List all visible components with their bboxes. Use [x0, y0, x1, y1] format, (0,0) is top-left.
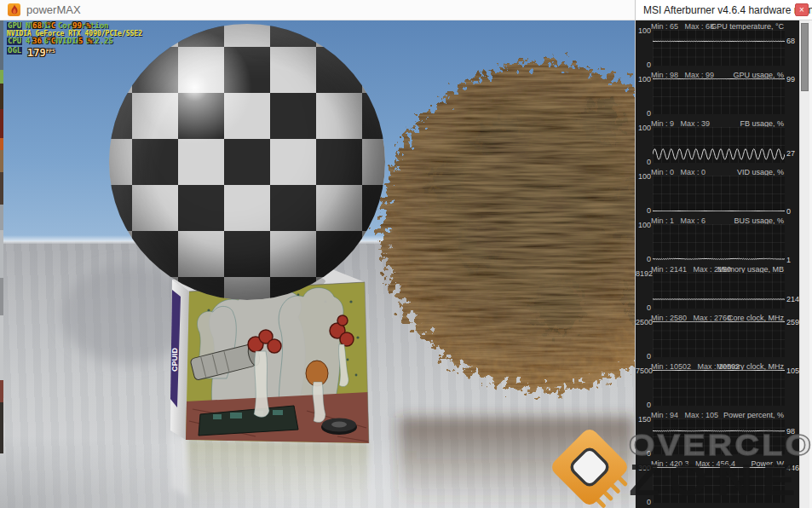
monitor-graph-list: Min : 65 Max : 68GPU temperature, °C1000… [636, 20, 799, 508]
monitor-section: Min : 420.3 Max : 456.4Power, W3000446.5 [636, 458, 799, 506]
edge-strip-segment [0, 70, 3, 84]
render-viewport: CPUID [0, 20, 635, 508]
edge-strip-segment [0, 230, 3, 278]
graph-ymin-label: 0 [636, 158, 651, 166]
edge-strip-segment [0, 150, 3, 172]
monitor-section: Min : 9 Max : 39FB usage, %100027 [636, 118, 799, 166]
osd-cpu-usage: 5 % [78, 38, 92, 45]
edge-strip-segment [0, 172, 3, 205]
graph-ymin-label: 0 [636, 61, 651, 69]
monitor-section: Min : 2141 Max : 2150Memory usage, MB819… [636, 263, 799, 312]
osd-gpu-line: GPU NVIDIA Corporation 68 °C 99 % [7, 22, 279, 30]
graph-ymax-label: 100 [636, 26, 651, 35]
osd-fps-line: OGL 179FPS [7, 47, 279, 58]
app-title: powerMAX [26, 3, 81, 16]
graph-plot [653, 419, 785, 454]
graph-ymin-label: 0 [636, 109, 651, 118]
edge-strip-segment [0, 315, 3, 380]
graph-ymin-label: 0 [636, 449, 651, 458]
osd-api-label: OGL [7, 47, 22, 55]
graph-ymin-label: 0 [636, 206, 651, 215]
checker-sphere [109, 24, 385, 300]
graph-ymax-label: 100 [636, 172, 651, 181]
osd-cpu-label: CPU [7, 38, 22, 45]
monitor-section: Min : 2580 Max : 2760Core clock, MHz2500… [636, 312, 799, 361]
graph-ymax-label: 100 [636, 221, 651, 229]
osd-gpu-label: GPU [7, 22, 22, 30]
graph-ymin-label: 0 [636, 498, 651, 506]
graph-ymin-label: 0 [636, 255, 651, 263]
graph-plot [653, 370, 785, 406]
graph-ymin-label: 0 [636, 401, 651, 409]
osd-gpu-temp: 68 °C [32, 22, 55, 30]
graph-ymax-label: 100 [636, 124, 651, 132]
monitor-section: Min : 98 Max : 99GPU usage, %100099 [636, 69, 799, 118]
edge-strip-segment [0, 380, 3, 402]
osd-cpu-temp: 36 °C [32, 38, 55, 45]
cube-side-text: CPUID [170, 347, 179, 372]
afterburner-monitor-window: MSI Afterburner v4.6.4 hardware monit...… [635, 0, 812, 508]
edge-strip-segment [0, 84, 3, 109]
edge-strip-segment [0, 138, 3, 150]
graph-ymax-label: 300 [636, 464, 651, 472]
monitor-title: MSI Afterburner v4.6.4 hardware monit... [643, 4, 812, 16]
osd-overlay: GPU NVIDIA Corporation 68 °C 99 % NVIDIA… [7, 22, 279, 58]
edge-strip-segment [0, 205, 3, 230]
screen: powerMAX [0, 0, 812, 508]
graph-ymax-label: 2500 [636, 318, 651, 326]
graph-ymax-label: 100 [636, 75, 651, 84]
monitor-scrollbar-thumb[interactable] [801, 23, 809, 91]
graph-ymin-label: 0 [636, 303, 651, 312]
graph-plot [653, 224, 785, 260]
edge-strip-segment [0, 20, 3, 70]
graph-ymax-label: 8192 [636, 269, 651, 278]
powermax-flame-icon [8, 3, 20, 16]
monitor-section: Min : 1 Max : 6BUS usage, %10001 [636, 215, 799, 263]
graph-ymin-label: 0 [636, 352, 651, 361]
edge-texture-strip [0, 20, 3, 453]
graph-ymax-label: 150 [636, 415, 651, 424]
edge-strip-segment [0, 402, 3, 453]
graph-plot [653, 321, 785, 357]
graph-plot [653, 176, 785, 211]
graph-plot [653, 273, 785, 309]
monitor-section: Min : 94 Max : 105Power percent, %150098 [636, 409, 799, 458]
edge-strip-segment [0, 278, 3, 315]
osd-cpu-line: CPU 4.6.0 NVIDIA 522.25 36 °C 5 % [7, 38, 279, 45]
graph-plot [653, 78, 785, 114]
osd-gpu-usage: 99 % [72, 22, 91, 30]
close-button[interactable]: × [795, 3, 809, 16]
monitor-section: Min : 65 Max : 68GPU temperature, °C1000… [636, 20, 799, 69]
monitor-section: Min : 0 Max : 0VID usage, %10000 [636, 166, 799, 215]
osd-fps-value: 179FPS [27, 47, 55, 57]
graph-ymax-label: 7500 [636, 367, 651, 375]
monitor-scrollbar[interactable] [799, 20, 809, 508]
edge-strip-segment [0, 109, 3, 138]
graph-plot [653, 30, 785, 66]
graph-plot [653, 467, 785, 503]
powermax-titlebar[interactable]: powerMAX [0, 0, 635, 20]
monitor-section: Min : 10502 Max : 10502Memory clock, MHz… [636, 361, 799, 409]
monitor-titlebar[interactable]: MSI Afterburner v4.6.4 hardware monit...… [636, 0, 812, 20]
graph-plot [653, 127, 785, 163]
